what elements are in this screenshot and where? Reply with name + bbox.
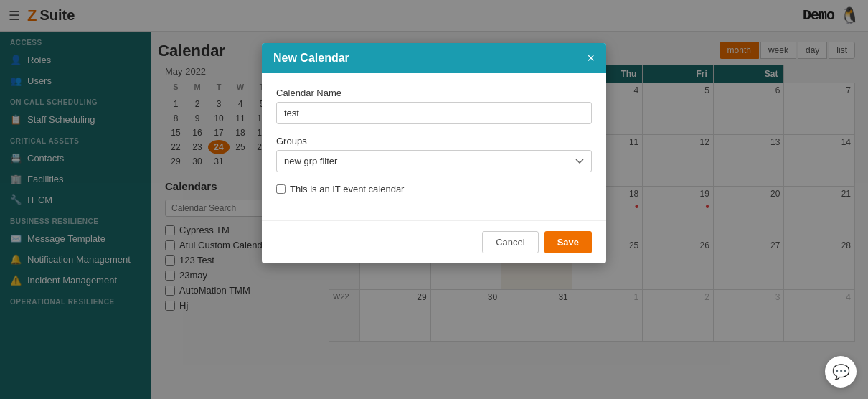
modal-header: New Calendar × bbox=[262, 43, 606, 73]
calendar-name-group: Calendar Name bbox=[276, 88, 592, 124]
cancel-button[interactable]: Cancel bbox=[482, 231, 538, 253]
it-event-checkbox[interactable] bbox=[276, 184, 286, 194]
new-calendar-modal: New Calendar × Calendar Name Groups new … bbox=[262, 43, 606, 263]
modal-close-button[interactable]: × bbox=[587, 52, 595, 65]
it-event-label: This is an IT event calendar bbox=[290, 184, 404, 194]
save-button[interactable]: Save bbox=[544, 231, 592, 253]
groups-select[interactable]: new grp filter bbox=[276, 150, 592, 172]
chat-bubble[interactable]: 💬 bbox=[825, 356, 857, 388]
it-event-row: This is an IT event calendar bbox=[276, 184, 592, 194]
modal-body: Calendar Name Groups new grp filter This… bbox=[262, 73, 606, 220]
modal-overlay: New Calendar × Calendar Name Groups new … bbox=[0, 0, 868, 399]
modal-footer: Cancel Save bbox=[262, 220, 606, 263]
calendar-name-input[interactable] bbox=[276, 102, 592, 124]
it-event-group: This is an IT event calendar bbox=[276, 184, 592, 194]
modal-title: New Calendar bbox=[273, 52, 349, 65]
groups-group: Groups new grp filter bbox=[276, 136, 592, 172]
chat-icon: 💬 bbox=[832, 363, 850, 380]
groups-label: Groups bbox=[276, 136, 592, 146]
calendar-name-label: Calendar Name bbox=[276, 88, 592, 98]
